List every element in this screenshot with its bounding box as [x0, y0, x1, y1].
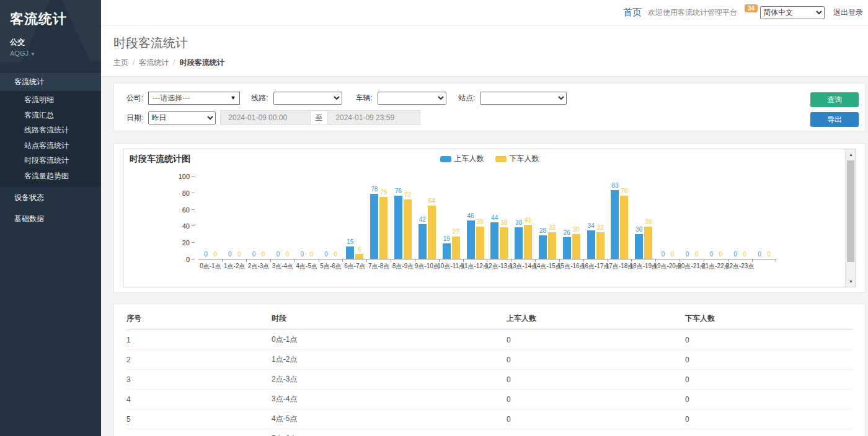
bar-column: 0 [283, 176, 291, 259]
bar[interactable] [394, 196, 402, 259]
bar[interactable] [611, 190, 619, 259]
bar-value-label: 0 [300, 251, 304, 258]
bar[interactable] [500, 227, 508, 259]
scrollbar-down-arrow-icon[interactable]: ▼ [846, 276, 856, 287]
company-label: 公司: [126, 93, 143, 103]
table-row: 21点-2点00 [126, 350, 852, 370]
bar-column: 39 [476, 176, 484, 259]
bar[interactable] [418, 224, 427, 259]
chart-scrollbar[interactable]: ▲ ▼ [845, 149, 856, 287]
bar[interactable] [490, 222, 498, 259]
chevron-down-icon: ▼ [30, 51, 35, 57]
bar[interactable] [355, 254, 363, 259]
logout-link[interactable]: 退出登录 [833, 7, 863, 18]
home-link[interactable]: 首页 [623, 7, 642, 19]
bar-value-label: 0 [767, 251, 771, 258]
sidebar-item-passenger-summary[interactable]: 客流汇总 [0, 108, 101, 123]
line-select[interactable] [273, 92, 342, 105]
bar-column: 42 [418, 176, 427, 259]
breadcrumb-home[interactable]: 主页 [113, 58, 128, 67]
bar[interactable] [635, 234, 643, 259]
bar-value-label: 0 [228, 251, 232, 258]
bar-column: 39 [644, 176, 652, 259]
scrollbar-up-arrow-icon[interactable]: ▲ [846, 149, 856, 160]
company-select[interactable]: ---请选择--- ▼ [148, 92, 240, 105]
legend-entry-board[interactable]: 上车人数 [440, 154, 484, 164]
bar[interactable] [476, 227, 484, 259]
line-label: 线路: [251, 93, 268, 103]
table-cell: 0 [507, 370, 685, 390]
bar-column: 41 [524, 176, 532, 259]
bar[interactable] [572, 234, 580, 259]
bar-column: 46 [467, 176, 475, 259]
col-header-alight: 下车人数 [685, 308, 852, 330]
table-cell: 5 [126, 409, 272, 429]
legend-swatch-yellow [495, 156, 507, 162]
station-select[interactable] [480, 92, 567, 105]
bar-value-label: 0 [324, 251, 328, 258]
bar-column: 0 [741, 176, 749, 259]
export-button[interactable]: 导出 [810, 112, 859, 127]
bar[interactable] [404, 199, 412, 259]
table-cell: 2 [126, 350, 272, 370]
org-selector[interactable]: AQGJ▼ [10, 50, 91, 57]
bar-group: 001点-2点 [223, 176, 247, 259]
sidebar-item-period-stats[interactable]: 时段客流统计 [0, 153, 101, 168]
sidebar-item-base-data[interactable]: 基础数据 [0, 208, 101, 229]
legend-entry-alight[interactable]: 下车人数 [495, 154, 539, 164]
scrollbar-thumb[interactable] [847, 160, 854, 262]
x-tick-label: 22点-23点 [726, 262, 755, 271]
x-tick-label: 8点-9点 [392, 262, 414, 271]
x-tick-label: 7点-8点 [368, 262, 389, 271]
x-tick-label: 3点-4点 [272, 262, 293, 271]
y-tick-mark [192, 209, 195, 210]
chart-legend: 上车人数 下车人数 [440, 154, 539, 164]
bar[interactable] [524, 225, 532, 259]
bar-value-label: 75 [380, 189, 387, 196]
query-button[interactable]: 查询 [810, 92, 859, 107]
vehicle-select[interactable] [378, 92, 446, 105]
bar-column: 0 [717, 176, 725, 259]
date-end-input[interactable]: 2024-01-09 23:59 [328, 110, 420, 125]
bar[interactable] [346, 246, 354, 259]
date-preset-select[interactable]: 昨日 [148, 111, 216, 124]
bar[interactable] [644, 227, 652, 259]
breadcrumb-parent[interactable]: 客流统计 [139, 58, 169, 67]
bar[interactable] [443, 243, 451, 259]
bar-value-label: 26 [564, 229, 570, 236]
bar-column: 0 [732, 176, 740, 259]
table-row: 10点-1点00 [126, 330, 852, 350]
bar-group: 343216点-17点 [583, 176, 608, 259]
bar[interactable] [620, 196, 628, 259]
table-cell: 0 [507, 409, 685, 429]
bar-group: 005点-6点 [319, 176, 343, 259]
bar[interactable] [379, 197, 388, 259]
bar-value-label: 78 [371, 186, 378, 193]
bar[interactable] [539, 235, 547, 259]
sidebar-item-line-stats[interactable]: 线路客流统计 [0, 123, 101, 138]
sidebar-item-trend-chart[interactable]: 客流量趋势图 [0, 168, 101, 184]
language-select[interactable]: 简体中文 [760, 6, 825, 19]
date-start-input[interactable]: 2024-01-09 00:00 [220, 110, 310, 125]
period-table: 序号 时段 上车人数 下车人数 10点-1点0021点-2点0032点-3点00… [126, 308, 852, 436]
bar[interactable] [548, 232, 556, 259]
bar[interactable] [587, 230, 595, 259]
bar[interactable] [596, 232, 604, 259]
sidebar-item-device-status[interactable]: 设备状态 [0, 187, 101, 208]
bar-group: 002点-3点 [247, 176, 271, 259]
bar[interactable] [515, 227, 523, 259]
sidebar-item-passenger-stats[interactable]: 客流统计 [0, 72, 101, 91]
notification-badge[interactable]: 34 [745, 4, 758, 12]
table-cell: 0 [507, 429, 685, 436]
bar[interactable] [370, 194, 378, 259]
bar-column: 0 [764, 176, 773, 259]
sidebar-item-passenger-detail[interactable]: 客流明细 [0, 92, 101, 108]
bar[interactable] [563, 237, 571, 259]
bar[interactable] [452, 237, 460, 259]
bar[interactable] [428, 206, 436, 259]
sidebar-item-station-stats[interactable]: 站点客流统计 [0, 138, 101, 154]
bar-value-label: 0 [743, 251, 746, 258]
col-header-board: 上车人数 [507, 308, 685, 330]
bar-column: 0 [211, 176, 219, 259]
bar[interactable] [467, 220, 475, 259]
